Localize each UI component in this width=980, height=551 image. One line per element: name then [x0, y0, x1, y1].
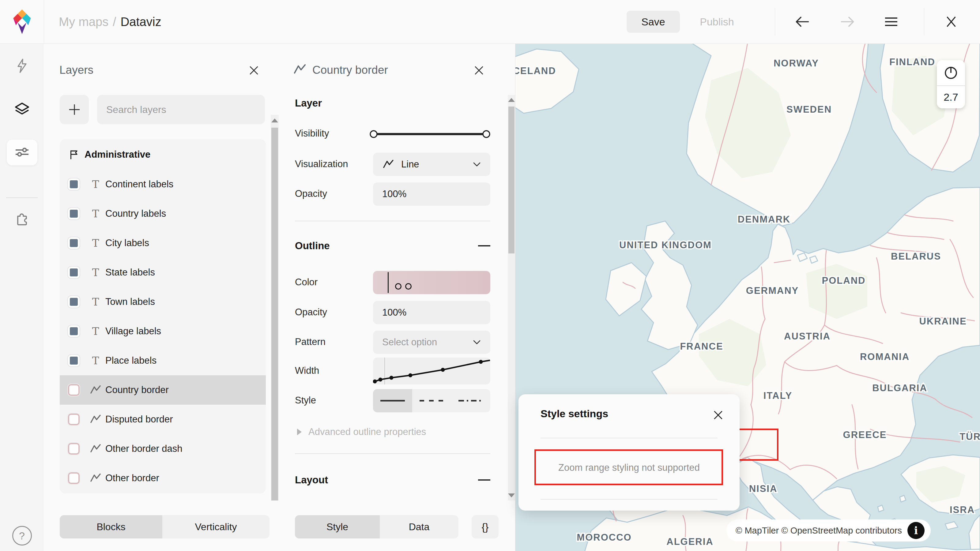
style-panel-scrollbar[interactable]: [508, 95, 515, 500]
map-label-tür: TÜR: [959, 431, 980, 442]
scrollbar-down-arrow[interactable]: [508, 494, 515, 497]
tool-layers[interactable]: [0, 94, 44, 124]
map-label-finland: FINLAND: [889, 57, 935, 67]
app-logo[interactable]: [0, 0, 44, 43]
tool-plugins[interactable]: [0, 203, 44, 233]
layers-panel-close-button[interactable]: [247, 63, 261, 78]
tab-data[interactable]: Data: [380, 515, 458, 538]
color-stop-2[interactable]: [405, 283, 412, 290]
layer-visibility-checkbox[interactable]: [68, 178, 80, 190]
layer-label: Country labels: [105, 208, 166, 219]
layer-visibility-checkbox[interactable]: [68, 208, 80, 219]
layer-visibility-checkbox[interactable]: [68, 326, 80, 337]
layer-row-country-border[interactable]: Country border: [60, 375, 266, 405]
popup-divider: [541, 438, 718, 438]
tab-style[interactable]: Style: [295, 515, 380, 538]
width-curve-editor[interactable]: [373, 357, 490, 384]
map-label-bulgaria: BULGARIA: [872, 383, 928, 393]
layer-row-disputed-border[interactable]: Disputed border: [60, 405, 266, 434]
tool-settings[interactable]: [0, 137, 44, 167]
save-button[interactable]: Save: [627, 11, 680, 33]
layer-visibility-checkbox[interactable]: [68, 384, 80, 396]
style-option-dashed[interactable]: [412, 389, 451, 412]
menu-button[interactable]: [881, 12, 901, 32]
map-label-norway: NORWAY: [773, 58, 819, 68]
layer-visibility-checkbox[interactable]: [68, 414, 80, 425]
close-editor-button[interactable]: [942, 12, 961, 32]
attribution-text[interactable]: © MapTiler © OpenStreetMap contributors: [736, 526, 902, 536]
outline-collapse-button[interactable]: [478, 245, 490, 246]
outline-color-ramp[interactable]: [373, 271, 490, 294]
style-option-dash-dot[interactable]: [451, 389, 490, 412]
layer-row-country-labels[interactable]: TCountry labels: [60, 199, 266, 229]
scrollbar-up-arrow[interactable]: [271, 119, 278, 122]
help-button[interactable]: ?: [0, 520, 44, 551]
layout-collapse-button[interactable]: [478, 480, 490, 481]
outline-opacity-input[interactable]: 100%: [373, 301, 490, 324]
layer-visibility-checkbox[interactable]: [68, 355, 80, 367]
layer-row-city-labels[interactable]: TCity labels: [60, 229, 266, 258]
layer-section-title: Layer: [295, 97, 322, 109]
redo-button[interactable]: [838, 12, 857, 32]
advanced-outline-toggle[interactable]: Advanced outline properties: [297, 426, 426, 437]
text-layer-icon: T: [87, 178, 104, 191]
puzzle-icon: [13, 210, 30, 227]
zoom-indicator-widget[interactable]: 2.7: [937, 60, 965, 108]
line-layer-icon: [89, 413, 102, 426]
layer-list: TContinent labelsTCountry labelsTCity la…: [60, 170, 266, 493]
scrollbar-up-arrow[interactable]: [508, 98, 515, 102]
width-label: Width: [295, 365, 319, 376]
layer-visibility-checkbox[interactable]: [68, 267, 80, 278]
line-type-icon: [293, 62, 307, 78]
layer-row-other-border[interactable]: Other border: [60, 464, 266, 493]
info-icon[interactable]: i: [907, 522, 924, 539]
layer-row-village-labels[interactable]: TVillage labels: [60, 316, 266, 346]
layer-visibility-checkbox[interactable]: [68, 237, 80, 249]
search-layers-input[interactable]: [97, 95, 265, 124]
popup-close-button[interactable]: [711, 408, 725, 422]
outline-section-title: Outline: [295, 240, 330, 252]
add-layer-button[interactable]: [60, 95, 89, 124]
line-layer-icon: [87, 384, 104, 396]
map-label-nisia: NISIA: [749, 483, 778, 494]
json-code-button[interactable]: {}: [472, 515, 499, 538]
layer-visibility-checkbox[interactable]: [68, 443, 80, 454]
layer-visibility-checkbox[interactable]: [68, 296, 80, 308]
layers-panel: Layers Administrative TContinent labelsT…: [44, 43, 280, 551]
color-ramp-cursor[interactable]: [388, 272, 389, 293]
visualization-dropdown[interactable]: Line: [373, 153, 490, 176]
color-stop-1[interactable]: [395, 283, 401, 290]
outline-opacity-value: 100%: [382, 307, 406, 318]
zoom-history-icon[interactable]: [937, 60, 965, 86]
slider-handle-max[interactable]: [483, 131, 490, 137]
toolbar-divider: [6, 197, 38, 198]
breadcrumb-parent[interactable]: My maps: [59, 15, 108, 29]
outline-color-label: Color: [295, 277, 318, 288]
layer-row-state-labels[interactable]: TState labels: [60, 258, 266, 287]
layer-visibility-checkbox[interactable]: [68, 472, 80, 484]
layer-row-other-border-dash[interactable]: Other border dash: [60, 434, 266, 464]
layer-row-town-labels[interactable]: TTown labels: [60, 287, 266, 316]
text-layer-icon: T: [87, 237, 104, 249]
publish-button[interactable]: Publish: [688, 11, 746, 33]
line-layer-icon: [87, 413, 104, 426]
layer-opacity-value: 100%: [382, 189, 406, 200]
map-label-france: FRANCE: [680, 341, 723, 352]
layers-scrollbar[interactable]: [271, 115, 279, 500]
style-scrollbar-thumb[interactable]: [508, 106, 514, 254]
style-panel-close-button[interactable]: [472, 63, 486, 78]
layer-row-continent-labels[interactable]: TContinent labels: [60, 170, 266, 199]
tab-verticality[interactable]: Verticality: [162, 515, 269, 538]
layer-row-place-labels[interactable]: TPlace labels: [60, 346, 266, 375]
undo-button[interactable]: [792, 12, 812, 32]
pattern-dropdown[interactable]: Select option: [373, 330, 490, 354]
flash-icon: [14, 58, 30, 74]
layer-group-header[interactable]: Administrative: [60, 139, 266, 170]
layers-scrollbar-thumb[interactable]: [271, 128, 278, 500]
layer-opacity-input[interactable]: 100%: [373, 183, 490, 206]
style-option-solid[interactable]: [373, 389, 412, 412]
tool-quick-actions[interactable]: [0, 51, 44, 81]
slider-handle-min[interactable]: [370, 131, 377, 137]
visibility-range-slider[interactable]: [369, 128, 491, 142]
tab-blocks[interactable]: Blocks: [60, 515, 162, 538]
